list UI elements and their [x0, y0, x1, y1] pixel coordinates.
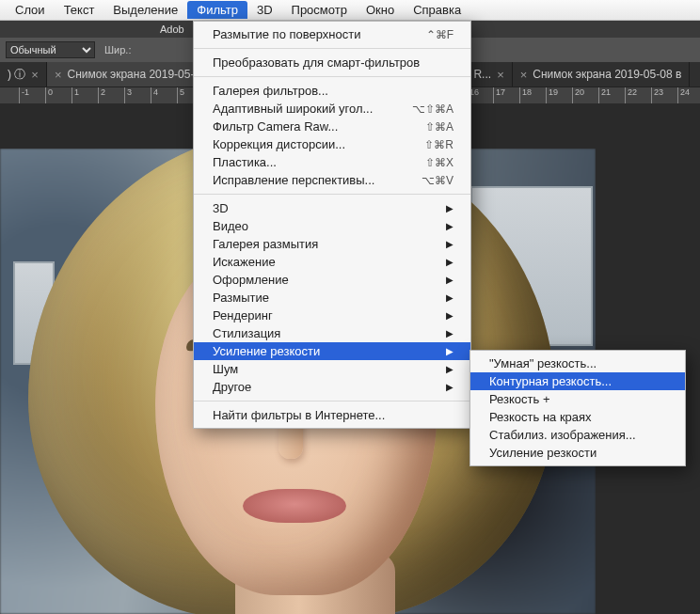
menu-item-label: Стабилиз. изображения... [489, 428, 636, 442]
ruler-tick: -1 [19, 87, 29, 103]
tab-label: ) ⓘ [8, 67, 25, 83]
submenu-item[interactable]: "Умная" резкость... [470, 354, 685, 372]
menu-item[interactable]: Рендеринг▶ [194, 307, 470, 324]
menu-separator [194, 194, 470, 195]
menu-item-label: Галерея размытия [213, 237, 318, 251]
menu-item[interactable]: Оформление▶ [194, 271, 470, 289]
menu-help[interactable]: Справка [404, 1, 470, 19]
menu-item-label: Рендеринг [213, 308, 273, 323]
ruler-tick: 20 [572, 87, 584, 103]
menu-item[interactable]: Галерея размытия▶ [194, 235, 470, 253]
submenu-item[interactable]: Резкость + [470, 390, 685, 408]
menu-item[interactable]: Шум▶ [194, 360, 470, 378]
menu-item-label: Оформление [213, 273, 289, 287]
menu-window[interactable]: Окно [357, 1, 404, 19]
document-tab[interactable]: × Снимок экрана 2019-05-08 в [513, 62, 691, 87]
submenu-arrow-icon: ▶ [420, 382, 453, 392]
ruler-tick: 3 [124, 87, 132, 103]
menu-item-label: Контурная резкость... [489, 374, 612, 388]
submenu-arrow-icon: ▶ [420, 239, 453, 249]
menubar: Слои Текст Выделение Фильтр 3D Просмотр … [0, 0, 700, 21]
menu-item-label: Резкость на краях [489, 410, 592, 424]
menu-item-smart[interactable]: Преобразовать для смарт-фильтров [194, 54, 470, 71]
submenu-arrow-icon: ▶ [420, 292, 453, 303]
menu-item[interactable]: 3D▶ [194, 199, 470, 217]
submenu-item[interactable]: Резкость на краях [470, 408, 685, 426]
menu-item-label: Усиление резкости [213, 344, 320, 358]
menu-item[interactable]: Коррекция дисторсии...⇧⌘R [194, 135, 470, 153]
width-label: Шир.: [104, 44, 131, 55]
menu-item-shortcut: ⇧⌘A [399, 120, 453, 134]
menu-item-shortcut: ⇧⌘X [399, 156, 453, 169]
menu-item[interactable]: Размытие▶ [194, 289, 470, 307]
submenu-arrow-icon: ▶ [420, 221, 453, 231]
menu-3d[interactable]: 3D [247, 1, 282, 19]
ruler-tick: 18 [519, 87, 532, 103]
menu-item-label: Другое [213, 380, 251, 394]
menu-separator [194, 401, 470, 401]
menu-item-label: "Умная" резкость... [489, 356, 597, 370]
ruler-tick: 2 [98, 87, 105, 103]
menu-item-label: Адаптивный широкий угол... [213, 102, 373, 116]
ruler-tick: 0 [45, 87, 53, 103]
close-icon[interactable]: × [55, 68, 62, 82]
menu-item[interactable]: Искажение▶ [194, 253, 470, 271]
menu-item[interactable]: Галерея фильтров... [194, 82, 470, 100]
submenu-item[interactable]: Стабилиз. изображения... [470, 426, 685, 444]
submenu-arrow-icon: ▶ [420, 328, 453, 338]
sharpen-submenu: "Умная" резкость...Контурная резкость...… [469, 350, 686, 466]
menu-item-label: Преобразовать для смарт-фильтров [213, 55, 420, 70]
document-tab[interactable]: ) ⓘ × [0, 62, 47, 87]
menu-item-shortcut: ⌥⌘V [395, 174, 453, 187]
menu-layers[interactable]: Слои [6, 1, 55, 19]
menu-item-label: Пластика... [213, 155, 277, 169]
menu-item-label: Резкость + [489, 392, 550, 406]
menu-item-label: Стилизация [213, 326, 280, 340]
menu-item-last-filter[interactable]: Размытие по поверхности ⌃⌘F [194, 25, 470, 43]
ruler-tick: 17 [493, 87, 505, 103]
menu-item-label: Усиление резкости [489, 446, 597, 460]
document-tab[interactable]: × Снимок экрана 2019-05-0 [47, 62, 209, 87]
ruler-tick: 21 [598, 87, 611, 103]
menu-item[interactable]: Фильтр Camera Raw...⇧⌘A [194, 118, 470, 135]
menu-item[interactable]: Видео▶ [194, 217, 470, 235]
menu-item-find-online[interactable]: Найти фильтры в Интернете... [194, 406, 470, 424]
menu-item-label: Фильтр Camera Raw... [213, 119, 338, 134]
ruler-tick: 4 [151, 87, 158, 103]
menu-item-label: Шум [213, 362, 238, 376]
menu-item-label: Размытие [213, 291, 269, 305]
menu-selection[interactable]: Выделение [103, 1, 187, 19]
menu-item[interactable]: Стилизация▶ [194, 324, 470, 342]
menu-separator [194, 76, 470, 77]
menu-item-label: Размытие по поверхности [213, 27, 360, 41]
menu-view[interactable]: Просмотр [282, 1, 357, 19]
menu-item[interactable]: Пластика...⇧⌘X [194, 153, 470, 171]
blend-mode-select[interactable]: Обычный [6, 41, 95, 58]
tab-label: Снимок экрана 2019-05-0 [68, 68, 201, 81]
menu-item[interactable]: Адаптивный широкий угол...⌥⇧⌘A [194, 100, 470, 118]
submenu-item[interactable]: Контурная резкость... [470, 372, 685, 390]
ruler-tick: 22 [625, 87, 637, 103]
ruler-tick: 19 [546, 87, 558, 103]
menu-item[interactable]: Другое▶ [194, 378, 470, 396]
submenu-item[interactable]: Усиление резкости [470, 444, 685, 462]
close-icon[interactable]: × [31, 68, 39, 82]
menu-item-shortcut: ⌃⌘F [400, 28, 453, 41]
menu-item[interactable]: Исправление перспективы...⌥⌘V [194, 171, 470, 189]
submenu-arrow-icon: ▶ [420, 310, 453, 321]
menu-item[interactable]: Усиление резкости▶ [194, 342, 470, 360]
menu-item-shortcut: ⇧⌘R [398, 138, 453, 151]
menu-filter[interactable]: Фильтр [187, 1, 247, 19]
menu-item-label: Видео [213, 219, 248, 233]
ruler-tick: 24 [677, 87, 690, 103]
ruler-tick: 1 [72, 87, 79, 103]
menu-item-label: Найти фильтры в Интернете... [213, 408, 385, 422]
menu-item-label: Галерея фильтров... [213, 84, 328, 98]
close-icon[interactable]: × [520, 68, 528, 82]
ruler-tick: 23 [651, 87, 663, 103]
close-icon[interactable]: × [497, 68, 504, 82]
menu-item-shortcut: ⌥⇧⌘A [386, 102, 453, 116]
menu-item-label: 3D [213, 201, 229, 215]
menu-item-label: Исправление перспективы... [213, 173, 374, 187]
menu-text[interactable]: Текст [55, 1, 104, 19]
